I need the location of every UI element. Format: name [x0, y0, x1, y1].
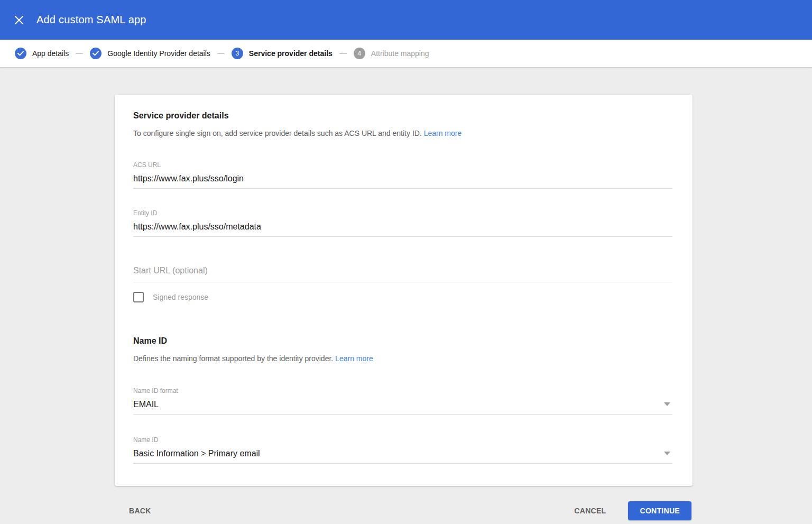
- footer-right-actions: CANCEL CONTINUE: [574, 501, 691, 520]
- step-separator: [217, 53, 225, 54]
- name-id-format-value[interactable]: EMAIL: [133, 399, 672, 415]
- signed-response-label: Signed response: [153, 293, 208, 301]
- step-separator: [76, 53, 83, 54]
- step-number-badge: 3: [232, 48, 243, 59]
- back-button[interactable]: BACK: [129, 502, 151, 519]
- signed-response-checkbox[interactable]: [133, 292, 144, 302]
- close-button[interactable]: [14, 15, 24, 25]
- name-id-label: Name ID: [133, 437, 672, 443]
- continue-button[interactable]: CONTINUE: [628, 501, 691, 520]
- section-description: To configure single sign on, add service…: [133, 130, 672, 137]
- step-complete-check-icon: [90, 48, 102, 59]
- name-id-value[interactable]: Basic Information > Primary email: [133, 448, 672, 464]
- entity-id-input[interactable]: https://www.fax.plus/sso/metadata: [133, 222, 672, 237]
- step-complete-check-icon: [15, 48, 26, 59]
- start-url-field: [133, 266, 672, 282]
- step-app-details[interactable]: App details: [15, 48, 69, 59]
- section-description-text: To configure single sign on, add service…: [133, 129, 422, 137]
- dialog-footer: BACK CANCEL CONTINUE: [129, 501, 691, 520]
- acs-url-label: ACS URL: [133, 162, 672, 168]
- service-provider-details-card: Service provider details To configure si…: [115, 95, 693, 486]
- step-attribute-mapping: 4 Attribute mapping: [354, 48, 429, 59]
- section-description-text: Defines the naming format supported by t…: [133, 354, 333, 363]
- stepper: App details Google Identity Provider det…: [0, 40, 812, 67]
- entity-id-label: Entity ID: [133, 210, 672, 216]
- step-google-idp-details[interactable]: Google Identity Provider details: [90, 48, 210, 59]
- name-id-format-select[interactable]: Name ID format EMAIL: [133, 388, 672, 415]
- name-id-select[interactable]: Name ID Basic Information > Primary emai…: [133, 437, 672, 464]
- section-title: Service provider details: [133, 111, 672, 121]
- step-label: Google Identity Provider details: [107, 49, 210, 58]
- acs-url-input[interactable]: https://www.fax.plus/sso/login: [133, 173, 672, 189]
- step-label: Service provider details: [249, 49, 333, 58]
- entity-id-field: Entity ID https://www.fax.plus/sso/metad…: [133, 210, 672, 237]
- dialog-header: Add custom SAML app: [0, 0, 812, 40]
- learn-more-link[interactable]: Learn more: [335, 354, 373, 363]
- signed-response-row: Signed response: [133, 292, 672, 302]
- step-number-badge: 4: [354, 48, 365, 59]
- step-label: App details: [32, 49, 69, 58]
- name-id-format-label: Name ID format: [133, 388, 672, 394]
- step-content: Service provider details To configure si…: [0, 95, 812, 520]
- add-custom-saml-app-dialog: Add custom SAML app App details: [0, 0, 812, 520]
- dialog-title: Add custom SAML app: [36, 14, 146, 26]
- section-title: Name ID: [133, 336, 672, 346]
- chevron-down-icon: [664, 452, 670, 455]
- step-separator: [339, 53, 347, 54]
- step-label: Attribute mapping: [371, 49, 429, 58]
- learn-more-link[interactable]: Learn more: [424, 129, 462, 137]
- cancel-button[interactable]: CANCEL: [574, 502, 606, 519]
- chevron-down-icon: [664, 402, 670, 406]
- acs-url-field: ACS URL https://www.fax.plus/sso/login: [133, 162, 672, 189]
- section-description: Defines the naming format supported by t…: [133, 355, 672, 362]
- step-service-provider-details[interactable]: 3 Service provider details: [232, 48, 333, 59]
- start-url-input[interactable]: [133, 266, 672, 282]
- close-icon: [14, 15, 24, 25]
